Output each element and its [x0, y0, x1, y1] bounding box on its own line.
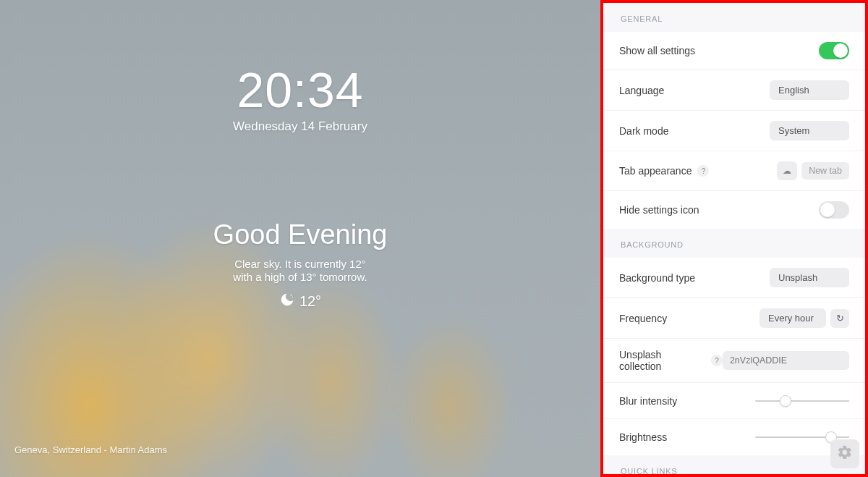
photo-credits[interactable]: Geneva, Switzerland - Martin Adams — [14, 444, 167, 455]
gear-icon — [837, 444, 853, 463]
hide-settings-icon-toggle[interactable] — [819, 201, 849, 219]
svg-point-0 — [290, 295, 292, 296]
background-type-select[interactable]: Unsplash — [770, 268, 849, 287]
show-all-settings-label: Show all settings — [619, 45, 695, 56]
weather-temp: 12° — [299, 293, 321, 310]
brightness-label: Brightness — [619, 431, 667, 443]
language-select[interactable]: English — [770, 80, 849, 100]
row-frequency: Frequency Every hour ↻ — [603, 298, 865, 339]
wallpaper-pane: 20:34 Wednesday 14 February Good Evening… — [0, 0, 600, 477]
row-language: Language English — [603, 70, 865, 111]
section-header-general: GENERAL — [603, 3, 865, 32]
background-type-label: Background type — [619, 272, 695, 284]
row-show-all-settings: Show all settings — [603, 32, 865, 70]
blur-intensity-label: Blur intensity — [619, 395, 677, 407]
section-background: Background type Unsplash Frequency Every… — [603, 258, 865, 455]
unsplash-collection-input[interactable] — [723, 351, 849, 370]
unsplash-collection-label: Unsplash collection — [619, 349, 705, 372]
blur-intensity-slider[interactable] — [755, 394, 849, 408]
weather-line-1: Clear sky. It is currently 12° — [234, 258, 366, 270]
frequency-label: Frequency — [619, 313, 667, 324]
row-tab-appearance: Tab appearance ? ☁ New tab — [603, 151, 865, 191]
settings-gear-button[interactable] — [830, 439, 859, 468]
weather-line-2: with a high of 13° tomorrow. — [233, 271, 367, 283]
cloud-icon: ☁ — [783, 166, 791, 176]
show-all-settings-toggle[interactable] — [819, 42, 849, 59]
row-dark-mode: Dark mode System — [603, 111, 865, 151]
tab-title-input[interactable]: New tab — [801, 162, 849, 180]
clock-display: 20:34 — [237, 62, 363, 118]
row-hide-settings-icon: Hide settings icon — [603, 191, 865, 229]
section-header-quick-links: QUICK LINKS — [603, 455, 865, 477]
tab-favicon-preview[interactable]: ☁ — [777, 161, 797, 180]
dark-mode-label: Dark mode — [619, 125, 668, 137]
row-background-type: Background type Unsplash — [603, 258, 865, 298]
greeting-text: Good Evening — [213, 219, 388, 250]
row-brightness: Brightness — [603, 419, 865, 455]
refresh-icon: ↻ — [836, 313, 844, 324]
row-blur-intensity: Blur intensity — [603, 383, 865, 419]
svg-point-1 — [292, 297, 293, 297]
section-header-background: BACKGROUND — [603, 229, 865, 258]
moon-icon — [279, 292, 295, 311]
tab-appearance-label: Tab appearance — [619, 165, 692, 177]
language-label: Language — [619, 85, 664, 96]
tab-appearance-help-icon[interactable]: ? — [697, 165, 709, 177]
frequency-select[interactable]: Every hour — [760, 308, 826, 328]
date-display: Wednesday 14 February — [233, 119, 367, 134]
settings-panel: GENERAL Show all settings Language Engli… — [600, 0, 868, 477]
hide-settings-icon-label: Hide settings icon — [619, 204, 699, 216]
wallpaper-overlay: 20:34 Wednesday 14 February Good Evening… — [0, 0, 600, 477]
unsplash-collection-help-icon[interactable]: ? — [711, 355, 723, 366]
row-unsplash-collection: Unsplash collection ? — [603, 339, 865, 383]
refresh-background-button[interactable]: ↻ — [830, 309, 849, 328]
section-general: Show all settings Language English Dark … — [603, 32, 865, 229]
dark-mode-select[interactable]: System — [770, 121, 849, 140]
weather-badge: 12° — [279, 292, 321, 311]
